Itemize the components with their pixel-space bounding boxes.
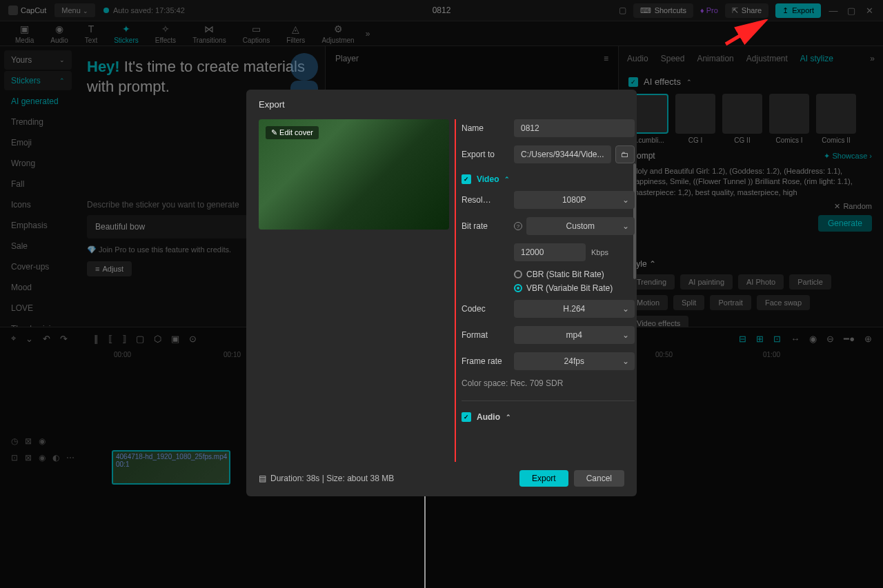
browse-folder-button[interactable]: 🗀	[615, 145, 635, 163]
radio-unchecked-icon	[514, 270, 522, 278]
bitrate-input[interactable]	[514, 243, 586, 261]
info-icon[interactable]: ?	[514, 222, 522, 230]
modal-cancel-button[interactable]: Cancel	[574, 470, 624, 487]
name-label: Name	[462, 123, 514, 133]
duration-text: ▤ Duration: 38s | Size: about 38 MB	[259, 474, 394, 483]
framerate-label: Frame rate	[462, 356, 514, 366]
codec-select[interactable]: H.264	[514, 300, 635, 318]
vbr-radio-row[interactable]: VBR (Variable Bit Rate)	[514, 283, 635, 293]
modal-export-button[interactable]: Export	[519, 470, 568, 487]
bitrate-mode-select[interactable]: Custom	[526, 217, 635, 235]
chevron-up-icon[interactable]: ⌃	[504, 176, 510, 183]
resolution-label: Resol…	[462, 195, 514, 205]
export-to-label: Export to	[462, 150, 514, 159]
codec-label: Codec	[462, 304, 514, 314]
resolution-select[interactable]: 1080P	[514, 191, 635, 209]
bitrate-label: Bit rate	[462, 221, 514, 231]
radio-checked-icon	[514, 284, 522, 292]
film-icon: ▤	[259, 474, 266, 483]
cbr-radio-row[interactable]: CBR (Static Bit Rate)	[514, 270, 635, 279]
format-label: Format	[462, 330, 514, 340]
audio-checkbox[interactable]: ✓	[462, 412, 471, 422]
folder-icon: 🗀	[621, 150, 628, 159]
pencil-icon: ✎	[271, 128, 277, 136]
format-select[interactable]: mp4	[514, 326, 635, 344]
export-path: C:/Users/93444/Vide...	[514, 145, 611, 163]
chevron-up-icon[interactable]: ⌃	[506, 414, 511, 420]
kbps-label: Kbps	[591, 248, 608, 256]
name-input[interactable]	[514, 119, 635, 137]
export-modal: Export ✎ Edit cover Name Export to C:/Us…	[246, 90, 637, 496]
modal-title: Export	[246, 90, 637, 119]
video-checkbox[interactable]: ✓	[462, 174, 471, 184]
cover-preview: ✎ Edit cover	[259, 119, 449, 230]
audio-section-title: Audio	[477, 412, 500, 422]
divider	[462, 401, 635, 401]
colorspace-text: Color space: Rec. 709 SDR	[462, 378, 635, 388]
video-section-title: Video	[477, 174, 499, 184]
edit-cover-button[interactable]: ✎ Edit cover	[266, 126, 319, 139]
framerate-select[interactable]: 24fps	[514, 352, 635, 370]
